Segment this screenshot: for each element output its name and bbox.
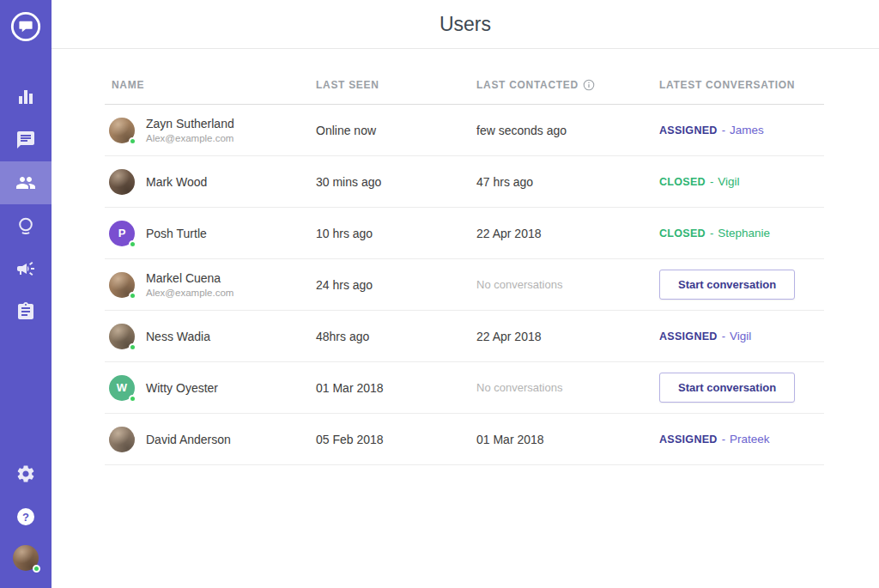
agent-link[interactable]: James [730, 124, 764, 136]
user-name: Witty Oyester [146, 381, 218, 395]
name-cell: David Anderson [105, 427, 316, 452]
conversation-status: CLOSED [659, 176, 706, 188]
gear-icon [15, 464, 36, 484]
sidebar-nav [0, 76, 52, 333]
chat-logo-icon [9, 10, 42, 43]
avatar-initial: P [118, 227, 126, 239]
name-block: Mark Wood [146, 175, 207, 189]
start-conversation-button[interactable]: Start conversation [659, 373, 795, 403]
last-contacted-cell: 01 Mar 2018 [476, 433, 659, 446]
help-icon: ? [17, 508, 34, 525]
people-icon [15, 173, 36, 193]
table-row[interactable]: Mark Wood 30 mins ago 47 hrs ago CLOSED … [105, 156, 824, 208]
latest-conversation-cell: Start conversation [659, 270, 824, 300]
user-email: Alex@example.com [146, 133, 234, 143]
last-seen-cell: 30 mins ago [316, 175, 476, 189]
name-cell: Zayn Sutherland Alex@example.com [105, 117, 316, 143]
latest-conversation-cell: ASSIGNED - Vigil [659, 330, 824, 342]
column-header-last-contacted: LAST CONTACTED [476, 79, 659, 91]
last-contacted-cell: 47 hrs ago [476, 175, 659, 189]
sidebar-item-articles[interactable] [0, 290, 52, 333]
chat-icon [15, 130, 36, 150]
latest-conversation-cell: Start conversation [659, 373, 824, 403]
agent-link[interactable]: Stephanie [718, 227, 770, 239]
last-contacted-cell: 22 Apr 2018 [476, 330, 659, 343]
profile-avatar[interactable] [13, 545, 39, 571]
sidebar-item-help[interactable]: ? [0, 495, 52, 538]
sidebar-bottom: ? [0, 452, 52, 571]
status-dash: - [710, 227, 713, 239]
name-cell: Markel Cuena Alex@example.com [105, 271, 316, 298]
avatar: W [109, 375, 135, 401]
avatar [109, 118, 135, 143]
agent-link[interactable]: Prateek [730, 433, 770, 446]
name-block: David Anderson [146, 433, 231, 446]
last-contacted-cell: No conversations [476, 278, 659, 291]
status-dash: - [722, 330, 725, 342]
last-contacted-cell: No conversations [476, 381, 659, 394]
agent-link[interactable]: Vigil [730, 330, 751, 342]
table-row[interactable]: W Witty Oyester 01 Mar 2018 No conversat… [105, 362, 824, 414]
online-status-dot [129, 240, 136, 248]
table-row[interactable]: David Anderson 05 Feb 2018 01 Mar 2018 A… [105, 414, 824, 465]
table-row[interactable]: Zayn Sutherland Alex@example.com Online … [105, 105, 824, 156]
online-status-dot [129, 343, 136, 351]
conversation-status: ASSIGNED [659, 330, 718, 342]
main-content: Users NAME LAST SEEN LAST CONTACTED [52, 0, 879, 588]
avatar [109, 324, 135, 349]
conversation-status: ASSIGNED [659, 433, 718, 446]
app-window: ? Users NAME LAST SEEN LAST CONTACTED [0, 0, 879, 588]
start-conversation-button[interactable]: Start conversation [659, 270, 795, 300]
table-header-row: NAME LAST SEEN LAST CONTACTED LATEST CON… [105, 66, 824, 105]
user-email: Alex@example.com [146, 288, 233, 298]
sidebar-item-settings[interactable] [0, 452, 52, 495]
app-logo[interactable] [9, 10, 42, 43]
column-header-last-contacted-label: LAST CONTACTED [476, 79, 579, 91]
sidebar-item-campaigns[interactable] [0, 247, 52, 290]
conversation-status: CLOSED [659, 227, 706, 239]
last-seen-cell: 10 hrs ago [316, 227, 476, 240]
name-cell: W Witty Oyester [105, 375, 316, 401]
last-contacted-cell: 22 Apr 2018 [476, 227, 659, 240]
online-status-dot [129, 292, 136, 300]
last-contacted-cell: few seconds ago [476, 124, 659, 137]
table-row[interactable]: Ness Wadia 48hrs ago 22 Apr 2018 ASSIGNE… [105, 311, 824, 362]
latest-conversation-cell: CLOSED - Vigil [659, 175, 824, 188]
name-block: Posh Turtle [146, 227, 207, 240]
user-name: Markel Cuena [146, 271, 233, 285]
last-seen-cell: 01 Mar 2018 [316, 381, 476, 395]
table-row[interactable]: Markel Cuena Alex@example.com 24 hrs ago… [105, 259, 824, 311]
status-dash: - [722, 124, 725, 136]
online-status-dot [129, 137, 136, 145]
sidebar-item-users[interactable] [0, 161, 52, 204]
online-status-dot [33, 565, 40, 573]
clipboard-icon [15, 301, 36, 322]
conversation-status: ASSIGNED [659, 124, 718, 136]
avatar: P [109, 221, 135, 246]
sidebar-item-analytics[interactable] [0, 76, 52, 118]
avatar [109, 169, 135, 195]
name-cell: P Posh Turtle [105, 221, 316, 246]
name-cell: Mark Wood [105, 169, 316, 195]
name-block: Markel Cuena Alex@example.com [146, 271, 233, 298]
last-seen-cell: 05 Feb 2018 [316, 433, 476, 446]
user-name: Posh Turtle [146, 227, 207, 240]
sidebar: ? [0, 0, 52, 588]
table-row[interactable]: P Posh Turtle 10 hrs ago 22 Apr 2018 CLO… [105, 208, 824, 259]
name-block: Witty Oyester [146, 381, 218, 395]
column-header-name: NAME [105, 79, 316, 91]
last-seen-cell: 48hrs ago [316, 330, 476, 343]
info-icon[interactable] [583, 79, 595, 91]
column-header-last-seen: LAST SEEN [316, 79, 476, 91]
bar-chart-icon [15, 87, 36, 107]
sidebar-item-bot[interactable] [0, 204, 52, 247]
agent-link[interactable]: Vigil [718, 175, 739, 188]
sidebar-item-inbox[interactable] [0, 118, 52, 161]
name-block: Zayn Sutherland Alex@example.com [146, 117, 234, 143]
page-header: Users [52, 0, 879, 49]
user-name: David Anderson [146, 433, 231, 446]
bot-icon [15, 215, 36, 236]
campaign-icon [15, 258, 36, 279]
user-name: Mark Wood [146, 175, 207, 189]
avatar-initial: W [117, 381, 127, 394]
